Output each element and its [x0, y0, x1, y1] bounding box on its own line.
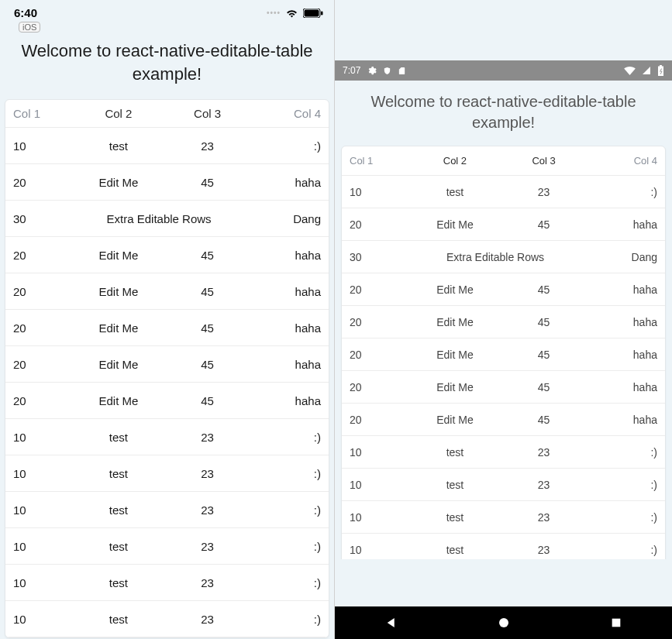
table-cell[interactable]: 20 — [5, 394, 70, 407]
table-cell[interactable]: haha — [248, 321, 329, 335]
table-row[interactable]: 10test23:) — [342, 436, 665, 469]
table-cell[interactable]: test — [406, 186, 503, 198]
table-cell[interactable]: 23 — [167, 139, 247, 153]
table-row[interactable]: 10test23:) — [342, 469, 665, 501]
table-cell[interactable]: :) — [584, 544, 665, 556]
table-cell[interactable]: haha — [248, 249, 329, 262]
table-cell[interactable]: :) — [248, 431, 329, 444]
table-cell[interactable]: :) — [248, 139, 329, 153]
table-cell[interactable]: test — [406, 446, 503, 459]
table-cell[interactable]: test — [70, 431, 167, 444]
table-cell[interactable]: 20 — [342, 381, 406, 393]
table-row[interactable]: 20Edit Me45haha — [5, 310, 329, 346]
table-cell[interactable]: :) — [584, 511, 665, 524]
table-cell[interactable]: 23 — [167, 503, 247, 517]
table-cell[interactable]: 10 — [5, 576, 70, 589]
table-cell[interactable]: Edit Me — [406, 414, 503, 426]
table-cell[interactable]: Edit Me — [406, 349, 503, 361]
table-row[interactable]: 30Extra Editable RowsDang — [342, 241, 665, 273]
table-row[interactable]: 10test23:) — [5, 419, 329, 455]
table-cell[interactable]: haha — [248, 285, 329, 298]
table-cell[interactable]: 10 — [5, 503, 70, 517]
table-cell[interactable]: 20 — [5, 285, 70, 298]
table-cell[interactable]: :) — [584, 446, 665, 459]
table-cell[interactable]: 45 — [167, 285, 247, 298]
table-row[interactable]: 20Edit Me45haha — [5, 383, 329, 419]
table-cell[interactable]: 10 — [5, 467, 70, 480]
table-cell[interactable]: test — [70, 613, 167, 626]
table-cell[interactable]: 45 — [503, 414, 584, 426]
table-cell[interactable]: 20 — [342, 414, 406, 426]
table-cell[interactable]: :) — [248, 576, 329, 589]
table-cell[interactable]: 23 — [503, 186, 584, 198]
table-cell-merged[interactable]: Extra Editable Rows — [406, 251, 584, 263]
table-cell[interactable]: test — [70, 139, 167, 153]
table-row[interactable]: 20Edit Me45haha — [5, 273, 329, 310]
table-cell[interactable]: test — [70, 540, 167, 553]
table-cell[interactable]: 45 — [503, 316, 584, 328]
recents-button[interactable] — [610, 617, 622, 629]
table-cell[interactable]: test — [70, 576, 167, 589]
table-cell[interactable]: test — [70, 503, 167, 517]
table-cell[interactable]: Edit Me — [406, 283, 503, 296]
table-row[interactable]: 10test23:) — [342, 176, 665, 208]
table-cell[interactable]: haha — [248, 394, 329, 407]
table-cell[interactable]: 20 — [5, 176, 70, 189]
table-row[interactable]: 10test23:) — [5, 492, 329, 528]
table-cell[interactable]: 10 — [5, 139, 70, 153]
table-row[interactable]: 20Edit Me45haha — [342, 273, 665, 306]
table-row[interactable]: 30Extra Editable RowsDang — [5, 201, 329, 237]
table-cell[interactable]: 45 — [167, 358, 247, 371]
table-row[interactable]: 10test23:) — [342, 534, 665, 559]
table-cell[interactable]: Edit Me — [70, 358, 167, 371]
table-cell[interactable]: :) — [248, 613, 329, 626]
table-cell[interactable]: 23 — [503, 511, 584, 524]
table-cell[interactable]: haha — [584, 218, 665, 231]
back-button[interactable] — [384, 616, 398, 630]
table-row[interactable]: 20Edit Me45haha — [5, 346, 329, 383]
table-cell[interactable]: 23 — [503, 479, 584, 491]
table-row[interactable]: 10test23:) — [5, 455, 329, 492]
table-cell[interactable]: Edit Me — [406, 316, 503, 328]
table-cell-merged[interactable]: Extra Editable Rows — [70, 212, 247, 225]
table-cell[interactable]: 45 — [167, 321, 247, 335]
table-cell[interactable]: 23 — [503, 446, 584, 459]
table-cell[interactable]: 20 — [5, 358, 70, 371]
table-cell[interactable]: haha — [584, 316, 665, 328]
table-row[interactable]: 10test23:) — [342, 501, 665, 534]
table-cell[interactable]: 30 — [5, 212, 70, 225]
table-cell[interactable]: 23 — [167, 540, 247, 553]
table-cell[interactable]: :) — [248, 540, 329, 553]
table-cell[interactable]: haha — [584, 283, 665, 296]
table-row[interactable]: 20Edit Me45haha — [5, 164, 329, 201]
table-row[interactable]: 10test23:) — [5, 601, 329, 637]
table-cell[interactable]: 10 — [5, 613, 70, 626]
table-cell[interactable]: test — [70, 467, 167, 480]
table-cell[interactable]: 10 — [5, 431, 70, 444]
table-cell[interactable]: Edit Me — [406, 381, 503, 393]
table-cell[interactable]: Edit Me — [70, 176, 167, 189]
table-row[interactable]: 20Edit Me45haha — [342, 208, 665, 241]
table-cell[interactable]: haha — [584, 381, 665, 393]
table-cell[interactable]: 45 — [503, 349, 584, 361]
table-cell[interactable]: haha — [584, 349, 665, 361]
table-cell[interactable]: Edit Me — [70, 249, 167, 262]
table-cell[interactable]: :) — [248, 467, 329, 480]
table-cell[interactable]: haha — [584, 414, 665, 426]
table-row[interactable]: 20Edit Me45haha — [342, 338, 665, 371]
table-cell[interactable]: haha — [248, 358, 329, 371]
table-cell[interactable]: 10 — [342, 511, 406, 524]
table-cell[interactable]: Dang — [584, 251, 665, 263]
table-cell[interactable]: 23 — [503, 544, 584, 556]
table-cell[interactable]: 20 — [342, 349, 406, 361]
table-cell[interactable]: haha — [248, 176, 329, 189]
table-cell[interactable]: Edit Me — [70, 321, 167, 335]
table-cell[interactable]: 20 — [5, 321, 70, 335]
table-cell[interactable]: Edit Me — [70, 285, 167, 298]
table-cell[interactable]: 23 — [167, 467, 247, 480]
table-row[interactable]: 10test23:) — [5, 128, 329, 164]
table-cell[interactable]: 10 — [342, 544, 406, 556]
table-cell[interactable]: 45 — [167, 176, 247, 189]
table-cell[interactable]: 30 — [342, 251, 406, 263]
table-cell[interactable]: 20 — [342, 316, 406, 328]
